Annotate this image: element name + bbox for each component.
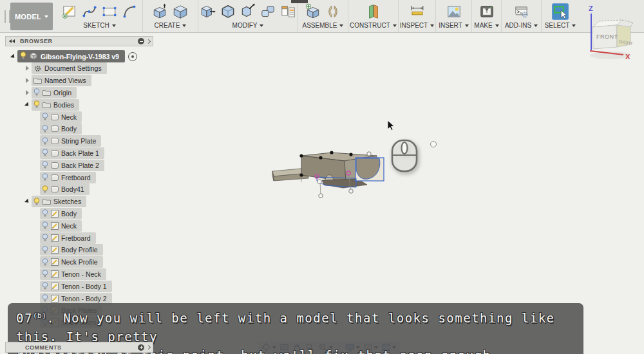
toolbar-grip[interactable] [5,10,10,23]
browser-item-named-views[interactable]: Named Views [26,75,91,87]
browser-item-sketches[interactable]: Sketches [26,196,86,208]
view-cube[interactable]: Z FRONT RIGHT X [582,3,639,71]
scripts-and-addins-icon[interactable] [513,3,531,21]
tree-item-pill: Body [40,208,82,219]
collapse-arrow-icon[interactable] [24,102,30,107]
addins-menu[interactable]: ADD-INS [505,22,538,29]
browser-panel-header[interactable]: BROWSER [5,36,153,46]
browser-item-neck[interactable]: Neck [40,219,82,232]
visibility-bulb-icon[interactable] [42,270,48,278]
change-parameters-icon[interactable] [279,3,297,21]
browser-item-bodies[interactable]: Bodies [26,98,79,111]
visibility-bulb-icon[interactable] [42,294,48,303]
toolbar-group-sketch: SKETCH [57,0,143,32]
visibility-bulb-icon[interactable] [42,185,48,194]
caption-index: 07 [16,311,33,325]
tree-item-pill: Tenon - Body 2 [40,293,112,304]
expand-arrow-icon[interactable] [26,66,29,71]
item-label: Body Profile [61,246,98,254]
browser-item-document-settings[interactable]: Document Settings [26,62,107,75]
visibility-bulb-icon[interactable] [33,88,40,97]
visibility-bulb-icon[interactable] [42,246,48,254]
arc-icon[interactable] [120,3,138,21]
new-component-icon[interactable] [304,3,322,21]
browser-item-neck-profile[interactable]: Neck Profile [40,256,103,268]
browser-item-root-component[interactable]: Gibson-Flying-V-1983 v9 [12,50,137,62]
workspace-switcher-button[interactable]: MODEL [10,3,53,30]
create-menu[interactable]: CREATE [155,22,187,29]
browser-item-string-plate[interactable]: String Plate [40,135,101,147]
fillet-icon[interactable] [219,3,237,21]
visibility-bulb-icon[interactable] [42,149,48,157]
collapse-arrow-icon[interactable] [24,198,30,204]
construct-menu[interactable]: CONSTRUCT [350,22,397,29]
visibility-bulb-icon[interactable] [33,100,40,109]
front-face-label[interactable]: FRONT [596,33,618,40]
sketch-point-handle[interactable] [430,141,437,147]
visibility-bulb-icon[interactable] [42,209,48,218]
select-menu[interactable]: SELECT [545,22,576,29]
collapse-panel-icon[interactable] [9,39,15,43]
insert-image-icon[interactable] [445,3,463,21]
two-point-rectangle-icon[interactable] [100,3,118,21]
browser-item-fretboard[interactable]: Fretboard [40,171,96,183]
browser-item-back-plate-2[interactable]: Back Plate 2 [40,159,104,171]
press-pull-icon[interactable] [199,3,217,21]
browser-item-body-profile[interactable]: Body Profile [40,244,103,256]
combine-icon[interactable] [259,3,277,21]
browser-item-fretboard[interactable]: Fretboard [40,232,96,244]
browser-item-origin[interactable]: Origin [26,86,77,98]
3d-print-icon[interactable] [478,3,496,21]
item-label: Neck Profile [61,258,98,266]
box-primitive-icon[interactable] [171,3,189,21]
spline-icon[interactable] [80,3,99,21]
chamfer-icon[interactable] [239,3,257,21]
browser-item-tenon-neck[interactable]: Tenon - Neck [40,268,106,280]
visibility-bulb-icon[interactable] [42,221,48,230]
sketch-menu[interactable]: SKETCH [83,22,116,29]
insert-menu[interactable]: INSERT [439,22,469,29]
minimize-panel-icon[interactable] [138,38,144,44]
select-tool-icon[interactable] [551,3,569,21]
extrude-icon[interactable] [151,3,169,21]
visibility-bulb-icon[interactable] [42,161,48,169]
expand-arrow-icon[interactable] [26,90,29,95]
visibility-bulb-icon[interactable] [42,282,48,290]
folder-icon [43,102,51,108]
create-sketch-icon[interactable] [61,3,79,21]
browser-item-body41[interactable]: Body41 [40,183,90,196]
chevron-down-icon [572,24,576,27]
visibility-bulb-icon[interactable] [42,137,48,145]
visibility-bulb-icon[interactable] [42,234,48,242]
add-comment-icon[interactable] [138,344,144,351]
visibility-bulb-icon[interactable] [42,125,48,133]
browser-item-body[interactable]: Body [40,123,82,135]
inspect-menu[interactable]: INSPECT [400,22,434,29]
assemble-menu[interactable]: ASSEMBLE [303,22,344,29]
construction-plane-icon[interactable] [365,3,383,21]
collapse-arrow-icon[interactable] [10,53,16,59]
group-label: INSERT [439,22,462,29]
panel-chevron-icon[interactable] [146,39,151,43]
make-menu[interactable]: MAKE [474,22,498,29]
browser-item-body[interactable]: Body [40,207,82,219]
item-label: Body [61,210,77,218]
visibility-bulb-icon[interactable] [20,51,26,62]
joint-icon[interactable] [324,3,342,21]
browser-item-back-plate-1[interactable]: Back Plate 1 [40,147,104,159]
visibility-bulb-icon[interactable] [42,113,48,121]
expand-arrow-icon[interactable] [26,78,29,83]
modify-menu[interactable]: MODIFY [232,22,264,29]
tree-item-pill: Bodies [32,99,79,111]
panel-chevron-icon[interactable] [146,345,151,349]
visibility-bulb-icon[interactable] [42,258,48,266]
guitar-model-canvas[interactable] [267,145,396,203]
activate-component-radio[interactable] [128,52,137,61]
visibility-bulb-icon[interactable] [33,198,40,206]
measure-icon[interactable] [408,3,426,21]
item-label: Document Settings [44,64,102,72]
browser-item-tenon-body-1[interactable]: Tenon - Body 1 [40,280,112,292]
browser-item-neck[interactable]: Neck [40,111,82,123]
visibility-bulb-icon[interactable] [42,173,48,182]
comments-panel-header[interactable]: COMMENTS [5,342,153,353]
